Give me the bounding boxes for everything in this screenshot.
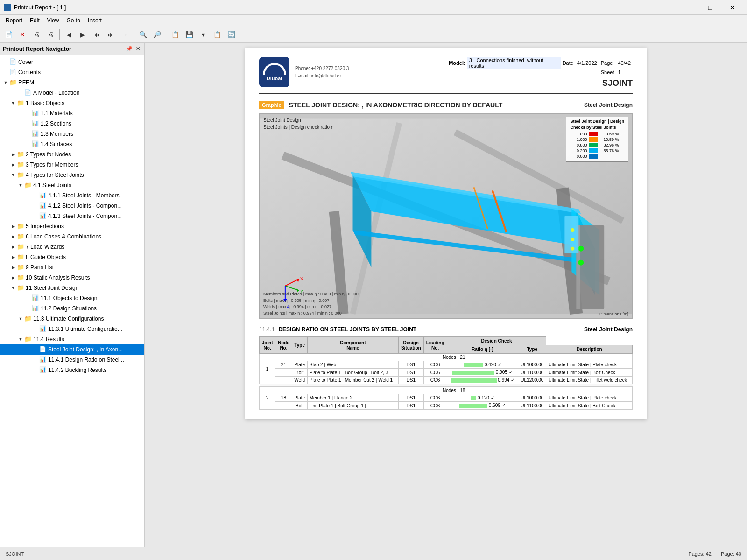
rfem-expand[interactable]: ▼ xyxy=(2,79,9,86)
tree-label-sjd: 11 Steel Joint Design xyxy=(26,285,78,291)
tree-item-types-nodes[interactable]: ▶ 📁 2 Types for Nodes xyxy=(0,149,144,160)
node-no-1b xyxy=(275,369,292,376)
toolbar-paste[interactable]: 📋 xyxy=(211,28,224,41)
th-check-type: Type xyxy=(518,345,546,354)
loading-co6-4: CO6 xyxy=(423,394,447,402)
load-wizards-expand[interactable]: ▶ xyxy=(9,243,17,251)
status-app-name: SJOINT xyxy=(6,551,24,557)
tree-item-types-steel[interactable]: ▼ 📁 4 Types for Steel Joints xyxy=(0,170,144,180)
tree-item-parts-list[interactable]: ▶ 📁 9 Parts List xyxy=(0,262,144,273)
navigator-pin-button[interactable]: 📌 xyxy=(126,45,133,53)
loading-co6-3: CO6 xyxy=(423,376,447,384)
guide-objects-expand[interactable]: ▶ xyxy=(9,253,17,261)
tree-item-sjd[interactable]: ▼ 📁 11 Steel Joint Design xyxy=(0,283,144,293)
tree-item-types-members[interactable]: ▶ 📁 3 Types for Members xyxy=(0,160,144,170)
tree-item-model-location[interactable]: 📄 A Model - Location xyxy=(0,88,144,98)
tree-item-static-analysis[interactable]: ▶ 📁 10 Static Analysis Results xyxy=(0,273,144,283)
toolbar-prev[interactable]: ◀ xyxy=(62,28,75,41)
ratio-cell-1: 0.420 ✓ xyxy=(447,361,518,369)
tree-item-steel-joints-members[interactable]: 📊 4.1.1 Steel Joints - Members xyxy=(0,190,144,201)
toolbar-save-drop[interactable]: ▾ xyxy=(197,28,210,41)
basic-objects-expand[interactable]: ▼ xyxy=(9,99,17,107)
minimize-button[interactable]: — xyxy=(677,0,698,15)
graphic-legend: Steel Joint Design | Design Checks by St… xyxy=(566,117,628,162)
tree-item-objects-to-design[interactable]: 📊 11.1 Objects to Design xyxy=(0,293,144,303)
toolbar-zoom-in[interactable]: 🔍 xyxy=(136,28,149,41)
menu-insert[interactable]: Insert xyxy=(84,16,106,25)
sjd-expand[interactable]: ▼ xyxy=(9,284,17,292)
steel-joints-expand[interactable]: ▼ xyxy=(17,182,24,189)
imperfections-icon: 📁 xyxy=(17,223,24,230)
toolbar-next[interactable]: ▶ xyxy=(76,28,89,41)
check-type-5: UL1100.00 xyxy=(518,402,546,409)
tree-item-surfaces[interactable]: 📊 1.4 Surfaces xyxy=(0,139,144,149)
tree-item-ultimate-config1[interactable]: 📊 11.3.1 Ultimate Configuratio... xyxy=(0,324,144,334)
tree-item-load-wizards[interactable]: ▶ 📁 7 Load Wizards xyxy=(0,242,144,252)
toolbar-print[interactable]: 🖨 xyxy=(30,28,43,41)
parts-list-expand[interactable]: ▶ xyxy=(9,264,17,271)
ultimate-expand[interactable]: ▼ xyxy=(17,315,24,322)
tree-item-basic-objects[interactable]: ▼ 📁 1 Basic Objects xyxy=(0,98,144,108)
content-area[interactable]: Dlubal Phone: +420 2272 0320 3 E-mail: i… xyxy=(145,43,747,547)
tree-item-results[interactable]: ▼ 📁 11.4 Results xyxy=(0,334,144,344)
toolbar-delete[interactable]: ✕ xyxy=(16,28,29,41)
ratio-cell-4: 0.120 ✓ xyxy=(447,394,518,402)
tree-label-objects-to-design: 11.1 Objects to Design xyxy=(41,295,97,301)
maximize-button[interactable]: □ xyxy=(699,0,721,15)
date-value: 4/1/2022 xyxy=(575,57,599,69)
results-expand[interactable]: ▼ xyxy=(17,336,24,343)
tree-item-load-cases[interactable]: ▶ 📁 6 Load Cases & Combinations xyxy=(0,231,144,242)
tree-item-cover[interactable]: 📄 Cover xyxy=(0,57,144,67)
tree-label-model-location: A Model - Location xyxy=(33,90,79,96)
navigator-title: Printout Report Navigator xyxy=(3,46,71,52)
close-button[interactable]: ✕ xyxy=(722,0,743,15)
toolbar-new[interactable]: 📄 xyxy=(2,28,15,41)
tree-item-materials[interactable]: 📊 1.1 Materials xyxy=(0,108,144,119)
toolbar-export[interactable]: 📋 xyxy=(169,28,182,41)
navigator-panel: Printout Report Navigator 📌 ✕ 📄 Cover 📄 … xyxy=(0,43,145,547)
types-steel-expand[interactable]: ▼ xyxy=(9,171,17,179)
navigator-close-button[interactable]: ✕ xyxy=(134,45,141,53)
toolbar-refresh[interactable]: 🔄 xyxy=(225,28,238,41)
tree-item-axon[interactable]: 📄 Steel Joint Design: , In Axon... xyxy=(0,344,144,355)
tree-item-sections[interactable]: 📊 1.2 Sections xyxy=(0,119,144,129)
static-expand[interactable]: ▶ xyxy=(9,274,17,281)
imperfections-expand[interactable]: ▶ xyxy=(9,223,17,230)
graphic-footer-right: Dimensions [m] xyxy=(599,312,628,316)
menu-edit[interactable]: Edit xyxy=(26,16,43,25)
tree-item-contents[interactable]: 📄 Contents xyxy=(0,67,144,77)
tree-item-rfem[interactable]: ▼ 📁 RFEM xyxy=(0,77,144,88)
tree-item-members[interactable]: 📊 1.3 Members xyxy=(0,129,144,139)
tree-item-steel-joints-compon2[interactable]: 📊 4.1.3 Steel Joints - Compon... xyxy=(0,211,144,221)
tree-item-steel-joints[interactable]: ▼ 📁 4.1 Steel Joints xyxy=(0,180,144,190)
model-label: Model: xyxy=(447,57,467,69)
types-members-expand[interactable]: ▶ xyxy=(9,161,17,168)
th-loading-no: LoadingNo. xyxy=(423,337,447,354)
toolbar-print2[interactable]: 🖨 xyxy=(44,28,57,41)
sj-members-icon: 📊 xyxy=(39,192,47,199)
tree-item-guide-objects[interactable]: ▶ 📁 8 Guide Objects xyxy=(0,252,144,262)
toolbar-save[interactable]: 💾 xyxy=(183,28,196,41)
menu-report[interactable]: Report xyxy=(2,16,26,25)
tree-item-buckling[interactable]: 📊 11.4.2 Buckling Results xyxy=(0,365,144,375)
tree-item-design-situations[interactable]: 📊 11.2 Design Situations xyxy=(0,303,144,314)
toolbar-first[interactable]: ⏮ xyxy=(90,28,103,41)
uc1-icon: 📊 xyxy=(39,325,47,333)
types-nodes-expand[interactable]: ▶ xyxy=(9,151,17,158)
toolbar-last[interactable]: ⏭ xyxy=(104,28,117,41)
tree-item-steel-joints-compon1[interactable]: 📊 4.1.2 Steel Joints - Compon... xyxy=(0,201,144,211)
surfaces-icon: 📊 xyxy=(32,140,39,148)
node-no-2b xyxy=(275,402,292,409)
toolbar-goto[interactable]: → xyxy=(118,28,131,41)
tree-item-design-ratio[interactable]: 📊 11.4.1 Design Ratio on Steel... xyxy=(0,355,144,365)
navigator-header: Printout Report Navigator 📌 ✕ xyxy=(0,43,144,55)
tree-item-ultimate-config[interactable]: ▼ 📁 11.3 Ultimate Configurations xyxy=(0,314,144,324)
load-cases-expand[interactable]: ▶ xyxy=(9,233,17,240)
toolbar-zoom-out[interactable]: 🔎 xyxy=(150,28,163,41)
tree-item-imperfections[interactable]: ▶ 📁 5 Imperfections xyxy=(0,221,144,231)
graphic-section-header: Graphic STEEL JOINT DESIGN: , IN AXONOME… xyxy=(259,101,633,109)
tree-label-static: 10 Static Analysis Results xyxy=(26,274,90,281)
menu-goto[interactable]: Go to xyxy=(63,16,84,25)
dlubal-text: Dlubal xyxy=(267,76,282,81)
menu-view[interactable]: View xyxy=(43,16,63,25)
